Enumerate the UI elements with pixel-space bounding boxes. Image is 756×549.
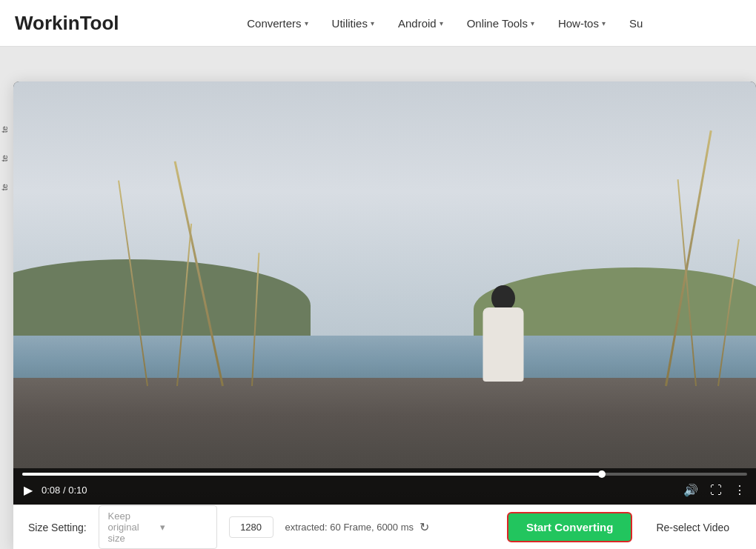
left-labels: te te te xyxy=(0,119,13,191)
controls-row: ▶ 0:08 / 0:10 🔊 ⛶ ⋮ xyxy=(22,482,747,499)
nav-su[interactable]: Su xyxy=(629,17,643,30)
hill-left xyxy=(13,259,311,344)
chevron-down-icon: ▾ xyxy=(531,19,534,27)
nav-online-tools[interactable]: Online Tools ▾ xyxy=(467,17,534,30)
video-player[interactable]: ▶ 0:08 / 0:10 🔊 ⛶ ⋮ xyxy=(13,81,756,505)
person-silhouette xyxy=(474,278,533,382)
progress-fill xyxy=(22,473,602,476)
left-label-2: te xyxy=(0,155,13,162)
video-controls: ▶ 0:08 / 0:10 🔊 ⛶ ⋮ xyxy=(13,468,756,505)
play-button[interactable]: ▶ xyxy=(22,482,34,499)
chevron-down-icon: ▾ xyxy=(602,19,606,27)
volume-button[interactable]: 🔊 xyxy=(682,482,700,499)
start-converting-button[interactable]: Start Converting xyxy=(507,512,633,542)
hills-bg xyxy=(13,259,756,344)
nav-android[interactable]: Android ▾ xyxy=(398,17,443,30)
progress-dot xyxy=(598,470,606,478)
bottom-toolbar: Size Setting: Keep original size ▾ extra… xyxy=(13,505,756,549)
header: WorkinTool Converters ▾ Utilities ▾ Andr… xyxy=(0,0,756,47)
nav: Converters ▾ Utilities ▾ Android ▾ Onlin… xyxy=(149,17,741,30)
reselect-video-button[interactable]: Re-select Video xyxy=(644,514,741,541)
size-width-input[interactable] xyxy=(229,516,273,538)
size-setting-label: Size Setting: xyxy=(28,522,87,533)
chevron-down-icon: ▾ xyxy=(305,19,308,27)
refresh-icon[interactable]: ↻ xyxy=(420,520,429,534)
video-scene xyxy=(13,81,756,505)
left-label-1: te xyxy=(0,126,13,133)
size-setting-dropdown[interactable]: Keep original size ▾ xyxy=(99,505,217,549)
nav-how-tos[interactable]: How-tos ▾ xyxy=(558,17,606,30)
person-body xyxy=(483,307,524,382)
progress-bar[interactable] xyxy=(22,473,747,476)
main-card: ▶ 0:08 / 0:10 🔊 ⛶ ⋮ Size Setting: Keep o… xyxy=(13,81,756,549)
more-options-button[interactable]: ⋮ xyxy=(732,482,747,499)
nav-converters[interactable]: Converters ▾ xyxy=(247,17,308,30)
left-label-3: te xyxy=(0,184,13,190)
chevron-down-icon: ▾ xyxy=(371,19,374,27)
controls-right: 🔊 ⛶ ⋮ xyxy=(682,482,747,499)
nav-utilities[interactable]: Utilities ▾ xyxy=(332,17,374,30)
chevron-down-icon: ▾ xyxy=(440,19,443,27)
chevron-down-icon: ▾ xyxy=(160,522,208,533)
time-display: 0:08 / 0:10 xyxy=(42,485,87,496)
extracted-info: extracted: 60 Frame, 6000 ms ↻ xyxy=(285,520,429,534)
logo[interactable]: WorkinTool xyxy=(15,12,119,35)
fullscreen-button[interactable]: ⛶ xyxy=(709,482,723,499)
